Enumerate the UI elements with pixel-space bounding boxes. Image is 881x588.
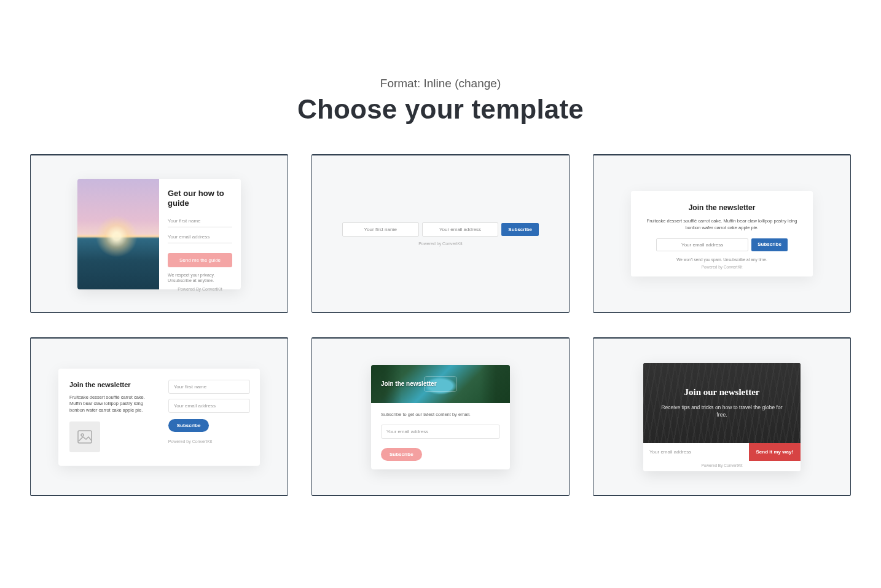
preview-submit-button: Send me the guide <box>168 253 232 267</box>
preview-submit-button: Subscribe <box>751 238 788 251</box>
preview-email-input: Your email address <box>168 231 232 243</box>
template-card-2[interactable]: Your first name Your email address Subsc… <box>311 154 570 313</box>
preview-powered-by: Powered By ConvertKit <box>168 287 232 291</box>
template-preview: Get our how to guide Your first name You… <box>77 179 241 289</box>
preview-email-input: Your email address <box>643 443 749 461</box>
preview-hero-image: Join the newsletter <box>371 365 510 403</box>
svg-point-1 <box>81 434 84 436</box>
template-card-3[interactable]: Join the newsletter Fruitcake dessert so… <box>593 154 851 313</box>
preview-heading: Join the newsletter <box>642 203 802 212</box>
image-placeholder-icon <box>69 421 100 452</box>
preview-form-row: Your email address Subscribe <box>642 238 802 251</box>
preview-legal-text: We won't send you spam. Unsubscribe at a… <box>642 257 802 262</box>
template-preview: Join the newsletter Subscribe to get our… <box>371 365 510 469</box>
preview-form-row: Your email address Send it my way! <box>643 443 801 461</box>
preview-submit-button: Subscribe <box>501 223 539 236</box>
template-preview: Join the newsletter Fruitcake dessert so… <box>58 369 260 466</box>
preview-submit-button: Subscribe <box>381 448 422 461</box>
page-header: Format: Inline (change) Choose your temp… <box>0 0 881 154</box>
preview-description: Receive tips and tricks on how to travel… <box>656 404 788 419</box>
template-grid: Get our how to guide Your first name You… <box>0 154 881 496</box>
preview-email-input: Your email address <box>656 238 748 251</box>
preview-heading: Join our newsletter <box>684 387 759 398</box>
preview-description: Fruitcake dessert soufflé carrot cake. M… <box>642 218 802 232</box>
preview-form: Get our how to guide Your first name You… <box>159 179 241 289</box>
preview-right-column: Your first name Your email address Subsc… <box>163 369 260 466</box>
preview-firstname-input: Your first name <box>342 222 419 237</box>
format-line: Format: Inline (change) <box>0 77 881 90</box>
format-prefix: Format: <box>380 77 424 90</box>
change-format-link[interactable]: (change) <box>455 77 501 90</box>
preview-description: Fruitcake dessert soufflé carrot cake. M… <box>69 394 155 415</box>
preview-powered-by: Powered by ConvertKit <box>342 241 539 246</box>
preview-hero-image <box>77 179 159 289</box>
preview-email-input: Your email address <box>422 222 499 237</box>
template-preview: Join our newsletter Receive tips and tri… <box>643 363 801 471</box>
preview-form-row: Your first name Your email address Subsc… <box>342 222 539 237</box>
preview-description: Subscribe to get our latest content by e… <box>381 412 500 417</box>
preview-powered-by: Powered by ConvertKit <box>642 265 802 269</box>
preview-powered-by: Powered By ConvertKit <box>643 461 801 471</box>
template-preview: Your first name Your email address Subsc… <box>342 222 539 246</box>
preview-heading: Join the newsletter <box>69 381 155 388</box>
preview-body: Subscribe to get our latest content by e… <box>371 403 510 469</box>
page-title: Choose your template <box>0 94 881 125</box>
template-card-1[interactable]: Get our how to guide Your first name You… <box>30 154 288 313</box>
template-preview: Join the newsletter Fruitcake dessert so… <box>631 191 813 277</box>
template-card-6[interactable]: Join our newsletter Receive tips and tri… <box>593 337 851 496</box>
template-card-4[interactable]: Join the newsletter Fruitcake dessert so… <box>30 337 288 496</box>
template-card-5[interactable]: Join the newsletter Subscribe to get our… <box>311 337 570 496</box>
preview-powered-by: Powered by ConvertKit <box>168 439 250 444</box>
preview-firstname-input: Your first name <box>168 380 250 394</box>
preview-firstname-input: Your first name <box>168 215 232 227</box>
svg-rect-0 <box>78 431 92 443</box>
preview-heading: Get our how to guide <box>168 189 232 209</box>
preview-heading: Join the newsletter <box>381 380 437 387</box>
preview-left-column: Join the newsletter Fruitcake dessert so… <box>58 369 163 466</box>
preview-email-input: Your email address <box>168 399 250 413</box>
preview-submit-button: Send it my way! <box>749 443 801 461</box>
preview-legal-text: We respect your privacy. Unsubscribe at … <box>168 272 232 283</box>
preview-hero-image: Join our newsletter Receive tips and tri… <box>643 363 801 443</box>
preview-email-input: Your email address <box>381 425 500 439</box>
format-value: Inline <box>424 77 452 90</box>
preview-submit-button: Subscribe <box>168 419 209 432</box>
